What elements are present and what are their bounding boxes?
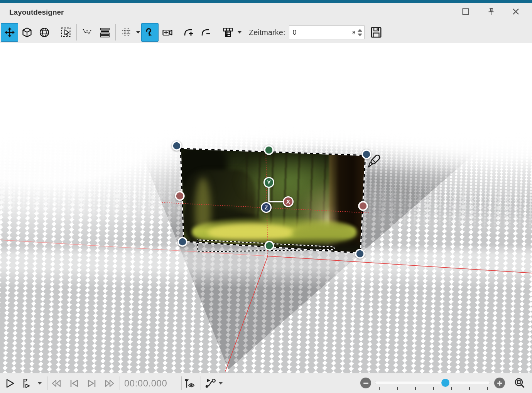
- smooth-path-icon: [82, 27, 93, 38]
- handle-top-left[interactable]: [172, 142, 181, 150]
- handle-middle-right[interactable]: [359, 202, 367, 210]
- keyframe-list-icon: [223, 27, 233, 38]
- main-toolbar: Zeitmarke: s: [0, 22, 532, 43]
- save-icon: [370, 26, 382, 39]
- titlebar-accent-stripe: [0, 0, 532, 3]
- animation-curve-icon: [204, 378, 216, 389]
- titlebar: Layoutdesigner: [0, 0, 532, 22]
- spinner-up-icon[interactable]: [358, 29, 362, 32]
- handle-bottom-left[interactable]: [178, 238, 187, 246]
- rewind-icon: [51, 378, 62, 389]
- fast-forward-icon: [104, 378, 115, 389]
- zoom-slider-track[interactable]: [375, 381, 490, 384]
- motion-path-icon: [145, 27, 155, 38]
- layers-icon: [100, 27, 110, 38]
- handle-middle-left[interactable]: [176, 192, 184, 200]
- zoom-in-button[interactable]: [494, 378, 505, 388]
- maximize-button[interactable]: [460, 6, 471, 17]
- transport-separator: [47, 376, 47, 390]
- skip-to-start-button[interactable]: [68, 377, 81, 390]
- play-options-caret[interactable]: [37, 382, 42, 385]
- window-title: Layoutdesigner: [9, 3, 64, 22]
- play-from-marker-button[interactable]: [20, 377, 33, 390]
- play-button[interactable]: [3, 377, 16, 390]
- move-tool-icon: [4, 27, 15, 38]
- move-tool-button[interactable]: [1, 23, 18, 42]
- skip-end-icon: [86, 378, 98, 389]
- toolbar-separator: [76, 24, 77, 40]
- curve-options-caret[interactable]: [218, 382, 223, 385]
- keyframe-list-dropdown-caret[interactable]: [236, 31, 243, 34]
- zoom-fit-icon: [513, 377, 526, 389]
- gizmo-y-handle[interactable]: Y: [264, 178, 274, 187]
- transport-bar: 00:00.000: [0, 373, 532, 393]
- slider-tick: [415, 387, 416, 390]
- zeitmarke-input[interactable]: [289, 29, 352, 37]
- toolbar-separator: [115, 24, 116, 40]
- handle-top-right[interactable]: [362, 150, 371, 159]
- zeitmarke-spinner: [358, 29, 362, 36]
- selection-overlay: Y X Z: [0, 43, 532, 373]
- close-button[interactable]: [510, 6, 522, 17]
- zoom-out-icon: [363, 383, 368, 384]
- layers-tool-button[interactable]: [96, 23, 113, 42]
- transport-separator: [201, 376, 201, 390]
- handle-top-center[interactable]: [265, 146, 273, 154]
- remove-path-point-button[interactable]: [198, 23, 215, 42]
- save-layout-button[interactable]: [370, 26, 382, 39]
- slider-tick: [379, 387, 380, 390]
- handle-bottom-right[interactable]: [356, 250, 364, 258]
- time-display: 00:00.000: [124, 378, 167, 389]
- zoom-fit-button[interactable]: [513, 376, 526, 390]
- play-icon: [4, 378, 15, 389]
- marker-visibility-icon: [184, 378, 196, 389]
- camera-pan-icon: [162, 27, 173, 38]
- spinner-down-icon[interactable]: [358, 34, 362, 36]
- remove-path-point-icon: [201, 27, 212, 38]
- transport-separator: [120, 376, 120, 390]
- skip-to-end-button[interactable]: [85, 377, 98, 390]
- smooth-path-tool-button[interactable]: [79, 23, 96, 42]
- select-tool-button[interactable]: [57, 23, 74, 42]
- pin-button[interactable]: [485, 6, 497, 17]
- chevron-down-icon: [136, 31, 140, 34]
- add-path-point-button[interactable]: [180, 23, 198, 42]
- zeitmarke-unit: s: [352, 29, 356, 36]
- handle-bottom-center[interactable]: [265, 241, 274, 250]
- gizmo-x-handle[interactable]: X: [284, 197, 293, 207]
- zoom-out-button[interactable]: [360, 378, 371, 388]
- slider-tick: [451, 387, 452, 390]
- animation-curve-button[interactable]: [204, 377, 217, 390]
- zeitmarke-label: Zeitmarke:: [249, 28, 285, 37]
- globe-icon: [39, 27, 50, 38]
- slider-tick: [433, 387, 434, 390]
- rewind-button[interactable]: [50, 377, 63, 390]
- layout-canvas-3d[interactable]: Y X Z: [0, 43, 532, 373]
- gizmo-z-handle[interactable]: Z: [262, 203, 271, 213]
- toolbar-separator: [217, 24, 217, 40]
- chevron-down-icon: [238, 31, 242, 34]
- cube-3d-icon: [22, 27, 32, 38]
- select-tool-icon: [61, 27, 71, 38]
- grid-snap-icon: [121, 27, 132, 38]
- camera-pan-tool-button[interactable]: [159, 23, 176, 42]
- slider-tick: [397, 387, 398, 390]
- slider-tick: [487, 387, 488, 390]
- maximize-icon: [461, 7, 470, 16]
- toolbar-separator: [178, 24, 178, 40]
- toolbar-separator: [55, 24, 55, 40]
- zeitmarke-field: s: [289, 25, 365, 39]
- grid-snap-tool-button[interactable]: [118, 23, 135, 42]
- marker-visibility-button[interactable]: [183, 377, 196, 390]
- play-from-marker-icon: [20, 378, 32, 389]
- cube-3d-tool-button[interactable]: [18, 23, 35, 42]
- zoom-slider-thumb[interactable]: [441, 379, 449, 387]
- gizmo-z-label: Z: [264, 204, 268, 211]
- keyframe-list-button[interactable]: [219, 23, 236, 42]
- globe-tool-button[interactable]: [35, 23, 53, 42]
- motion-path-tool-button[interactable]: [141, 23, 159, 42]
- ground-axis-x-right: [268, 256, 532, 273]
- grid-snap-dropdown-caret[interactable]: [135, 31, 141, 34]
- gizmo-y-label: Y: [267, 179, 271, 186]
- fast-forward-button[interactable]: [103, 377, 116, 390]
